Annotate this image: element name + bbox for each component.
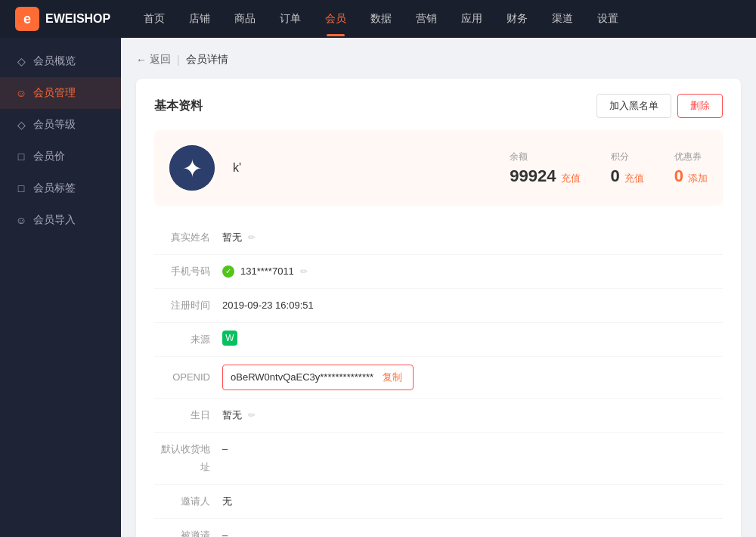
svg-text:e: e	[23, 11, 31, 26]
invited-value: –	[222, 526, 723, 537]
balance-value-row: 99924 充值	[510, 166, 580, 186]
points-stat: 积分 0 充值	[611, 151, 644, 186]
sidebar-label-level: 会员等级	[33, 118, 76, 132]
coupon-label: 优惠券	[674, 151, 708, 163]
sidebar-item-tags[interactable]: □ 会员标签	[0, 172, 121, 204]
tags-icon: □	[15, 182, 27, 194]
openid-outer-row: OPENID oBeRW0ntvQaEC3y************** 复制	[154, 357, 723, 399]
back-label: 返回	[150, 53, 171, 67]
wechat-icon: W	[222, 331, 237, 346]
phone-value: ✓ 131****7011 ✏	[222, 262, 723, 281]
member-stats: 余额 99924 充值 积分 0 充值 优惠券	[510, 151, 708, 186]
phone-label: 手机号码	[154, 262, 222, 281]
price-icon: □	[15, 151, 27, 163]
detail-table: 真实姓名 暂无 ✏ 手机号码 ✓ 131****7011 ✏ 注册时间	[154, 221, 723, 537]
sidebar-label-management: 会员管理	[33, 86, 76, 100]
blacklist-button[interactable]: 加入黑名单	[596, 94, 671, 118]
coupon-value-row: 0 添加	[674, 166, 708, 186]
card-actions: 加入黑名单 删除	[596, 94, 723, 118]
breadcrumb: ← 返回 | 会员详情	[136, 53, 741, 67]
reg-time-row: 注册时间 2019-09-23 16:09:51	[154, 289, 723, 323]
sidebar-item-level[interactable]: ◇ 会员等级	[0, 109, 121, 141]
address-label: 默认收货地址	[154, 440, 222, 476]
openid-box: oBeRW0ntvQaEC3y************** 复制	[222, 365, 414, 390]
basic-info-card: 基本资料 加入黑名单 删除 ✦ k' 余额	[136, 79, 741, 537]
real-name-edit-icon[interactable]: ✏	[248, 228, 256, 247]
layout: ◇ 会员概览 ☺ 会员管理 ◇ 会员等级 □ 会员价 □ 会员标签 ☺ 会员导入…	[0, 38, 756, 537]
nav-channel[interactable]: 渠道	[541, 8, 584, 30]
balance-value: 99924	[510, 166, 556, 186]
inviter-value: 无	[222, 492, 723, 511]
nav-order[interactable]: 订单	[269, 8, 311, 30]
top-nav: e EWEISHOP 首页 店铺 商品 订单 会员 数据 营销 应用 财务 渠道…	[0, 0, 756, 38]
nav-member[interactable]: 会员	[314, 8, 357, 30]
nav-links: 首页 店铺 商品 订单 会员 数据 营销 应用 财务 渠道 设置	[133, 8, 741, 30]
nav-finance[interactable]: 财务	[496, 8, 538, 30]
overview-icon: ◇	[15, 55, 27, 67]
points-label: 积分	[611, 151, 644, 163]
points-recharge-link[interactable]: 充值	[624, 172, 644, 185]
import-icon: ☺	[15, 214, 27, 226]
inviter-label: 邀请人	[154, 492, 222, 511]
inviter-row: 邀请人 无	[154, 485, 723, 519]
back-arrow-icon: ←	[136, 54, 147, 66]
sidebar-label-tags: 会员标签	[33, 182, 76, 195]
logo-icon: e	[15, 7, 39, 31]
balance-stat: 余额 99924 充值	[510, 151, 580, 186]
svg-text:✦: ✦	[182, 155, 203, 182]
nav-settings[interactable]: 设置	[587, 8, 629, 30]
verified-icon: ✓	[222, 265, 234, 278]
source-label: 来源	[154, 331, 222, 349]
openid-label: OPENID	[154, 368, 222, 386]
birthday-row: 生日 暂无 ✏	[154, 399, 723, 433]
level-icon: ◇	[15, 119, 27, 131]
nav-home[interactable]: 首页	[133, 8, 175, 30]
card-header: 基本资料 加入黑名单 删除	[154, 94, 723, 118]
address-value: –	[222, 440, 723, 458]
balance-label: 余额	[510, 151, 580, 163]
breadcrumb-separator: |	[177, 54, 180, 66]
reg-time-value: 2019-09-23 16:09:51	[222, 296, 723, 315]
points-value: 0	[611, 166, 620, 186]
member-info-block: ✦ k' 余额 99924 充值 积分 0	[154, 130, 723, 206]
member-avatar: ✦	[169, 145, 215, 191]
sidebar-label-overview: 会员概览	[33, 54, 76, 68]
coupon-value: 0	[674, 166, 683, 186]
balance-recharge-link[interactable]: 充值	[561, 172, 581, 185]
openid-text: oBeRW0ntvQaEC3y**************	[231, 368, 373, 386]
birthday-value: 暂无 ✏	[222, 406, 723, 424]
address-row: 默认收货地址 –	[154, 433, 723, 485]
real-name-row: 真实姓名 暂无 ✏	[154, 221, 723, 255]
nav-app[interactable]: 应用	[451, 8, 493, 30]
points-value-row: 0 充值	[611, 166, 644, 186]
nav-store[interactable]: 店铺	[178, 8, 221, 30]
phone-edit-icon[interactable]: ✏	[300, 262, 308, 281]
copy-openid-button[interactable]: 复制	[380, 371, 405, 384]
source-value: W	[222, 331, 723, 346]
invited-label: 被邀请	[154, 526, 222, 537]
nav-marketing[interactable]: 营销	[405, 8, 448, 30]
main-content: ← 返回 | 会员详情 基本资料 加入黑名单 删除	[121, 38, 756, 537]
birthday-edit-icon[interactable]: ✏	[248, 406, 256, 424]
breadcrumb-current: 会员详情	[186, 53, 228, 67]
nav-data[interactable]: 数据	[360, 8, 402, 30]
coupon-add-link[interactable]: 添加	[688, 172, 708, 185]
source-row: 来源 W	[154, 323, 723, 357]
real-name-label: 真实姓名	[154, 228, 222, 247]
openid-value-container: oBeRW0ntvQaEC3y************** 复制	[222, 365, 723, 390]
app-name: EWEISHOP	[45, 12, 110, 26]
sidebar-item-management[interactable]: ☺ 会员管理	[0, 77, 121, 109]
member-name: k'	[233, 161, 293, 175]
sidebar-item-price[interactable]: □ 会员价	[0, 141, 121, 172]
back-button[interactable]: ← 返回	[136, 53, 171, 67]
card-title: 基本资料	[154, 98, 203, 114]
sidebar-label-price: 会员价	[33, 150, 65, 163]
real-name-value: 暂无 ✏	[222, 228, 723, 247]
sidebar-item-import[interactable]: ☺ 会员导入	[0, 204, 121, 236]
nav-goods[interactable]: 商品	[224, 8, 266, 30]
logo: e EWEISHOP	[15, 7, 110, 31]
reg-time-label: 注册时间	[154, 296, 222, 315]
delete-button[interactable]: 删除	[677, 94, 723, 118]
sidebar-item-overview[interactable]: ◇ 会员概览	[0, 45, 121, 77]
phone-row: 手机号码 ✓ 131****7011 ✏	[154, 255, 723, 289]
